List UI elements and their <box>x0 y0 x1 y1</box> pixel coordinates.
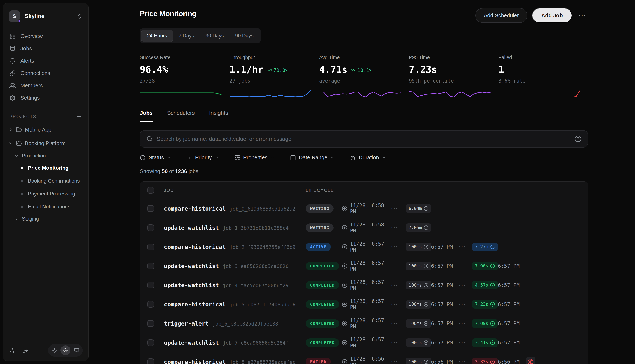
stat-label: Avg Time <box>319 55 409 60</box>
add-job-button[interactable]: Add Job <box>532 8 572 23</box>
sidebar-item-members[interactable]: Members <box>7 80 85 92</box>
filter-icon <box>350 155 356 161</box>
table-row[interactable]: update-watchlist job_4_fac5ed87f00b6f29 … <box>140 276 588 295</box>
row-checkbox[interactable] <box>147 339 154 346</box>
job-name[interactable]: compare-historical <box>164 358 226 364</box>
table-row[interactable]: compare-historical job_8_e27e88735eacefe… <box>140 352 588 364</box>
tab-jobs[interactable]: Jobs <box>140 110 153 122</box>
theme-dark-button[interactable] <box>61 346 71 355</box>
filter-status[interactable]: Status <box>140 154 171 161</box>
search-icon <box>146 136 153 142</box>
lifecycle-separator: ··· <box>459 359 472 364</box>
table-row[interactable]: compare-historical job_5_e087f1f7408adae… <box>140 295 588 314</box>
queue-time-pill: 100ms <box>406 281 431 290</box>
tree-item-production[interactable]: Production <box>7 150 85 162</box>
chevron-down-icon <box>215 156 219 160</box>
table-row[interactable]: update-watchlist job_3_ea856208d3ca0820 … <box>140 256 588 276</box>
table-row[interactable]: update-watchlist job_1_3b731d0b11c288c4 … <box>140 218 588 237</box>
tree-item-booking-platform[interactable]: Booking Platform <box>7 136 85 150</box>
time-range-option[interactable]: 24 Hours <box>141 30 173 42</box>
time-range-option[interactable]: 90 Days <box>229 30 259 42</box>
row-checkbox[interactable] <box>147 301 154 308</box>
time-range-option[interactable]: 30 Days <box>200 30 229 42</box>
queue-dot <box>21 180 23 182</box>
tree-item-price-monitoring[interactable]: Price Monitoring <box>7 162 85 174</box>
row-checkbox[interactable] <box>147 244 154 250</box>
table-row[interactable]: compare-historical job_0_619d6853ed1a62a… <box>140 199 588 218</box>
job-name[interactable]: compare-historical <box>164 301 226 308</box>
row-checkbox[interactable] <box>147 205 154 212</box>
stat-card: Failed 1 3.6% rate <box>499 55 588 99</box>
tree-chevron-icon[interactable] <box>14 154 19 158</box>
tree-chevron-icon[interactable] <box>8 127 13 132</box>
row-checkbox[interactable] <box>147 282 154 288</box>
error-bug-icon[interactable] <box>526 357 535 364</box>
job-name[interactable]: trigger-alert <box>164 320 209 327</box>
tree-chevron-icon[interactable] <box>8 141 13 146</box>
row-checkbox[interactable] <box>147 224 154 231</box>
results-of: of <box>169 168 174 174</box>
workspace-switcher[interactable]: S Skyline <box>3 3 88 22</box>
row-checkbox[interactable] <box>147 358 154 364</box>
tree-item-mobile-app[interactable]: Mobile App <box>7 123 85 136</box>
job-id: job_3_ea856208d3ca0820 <box>223 264 289 269</box>
row-checkbox[interactable] <box>147 263 154 269</box>
lifecycle-separator: ··· <box>391 359 406 364</box>
tree-item-payment-processing[interactable]: Payment Processing <box>7 187 85 200</box>
queue-time-pill: 100ms <box>406 262 431 270</box>
job-name[interactable]: compare-historical <box>164 205 226 212</box>
theme-system-button[interactable] <box>72 346 82 355</box>
theme-light-button[interactable] <box>49 346 59 355</box>
nav-icon <box>10 33 16 40</box>
job-name[interactable]: update-watchlist <box>164 339 219 346</box>
sidebar-item-jobs[interactable]: Jobs <box>7 42 85 55</box>
tree-item-staging[interactable]: Staging <box>7 213 85 224</box>
nav-icon <box>10 95 16 101</box>
queue-time-pill: 100ms <box>406 338 431 347</box>
filter-properties[interactable]: Properties <box>234 154 274 161</box>
ended-time: 6:57 PM <box>498 263 526 269</box>
workspace-switch-icon[interactable] <box>77 13 83 19</box>
sidebar-footer <box>3 340 88 361</box>
created-icon <box>342 225 347 230</box>
more-actions-button[interactable]: ··· <box>577 8 588 23</box>
job-id: job_5_e087f1f7408adae6 <box>229 302 295 308</box>
sidebar-item-alerts[interactable]: Alerts <box>7 55 85 67</box>
lifecycle-separator: ··· <box>459 321 472 326</box>
tree-item-booking-confirmations[interactable]: Booking Confirmations <box>7 174 85 187</box>
job-id: job_4_fac5ed87f00b6f29 <box>223 282 289 288</box>
created-icon <box>342 340 347 346</box>
sidebar-item-connections[interactable]: Connections <box>7 67 85 80</box>
logout-icon[interactable] <box>22 347 29 354</box>
search-input[interactable] <box>157 136 570 142</box>
jobs-table: JOB LIFECYCLE compare-historical job_0_6… <box>140 182 588 364</box>
sidebar-item-settings[interactable]: Settings <box>7 92 85 104</box>
job-name[interactable]: compare-historical <box>164 244 226 250</box>
tree-chevron-icon[interactable] <box>14 216 19 221</box>
job-name[interactable]: update-watchlist <box>164 263 219 269</box>
stat-label: Throughput <box>229 55 319 60</box>
tab-schedulers[interactable]: Schedulers <box>167 110 195 122</box>
account-icon[interactable] <box>9 347 15 354</box>
table-row[interactable]: update-watchlist job_7_c8ca96656d5e284f … <box>140 333 588 352</box>
sidebar-item-overview[interactable]: Overview <box>7 30 85 42</box>
table-row[interactable]: trigger-alert job_6_c8cc825d29f5e138 COM… <box>140 314 588 333</box>
job-name[interactable]: update-watchlist <box>164 282 219 288</box>
run-duration-pill: 3.33s <box>472 358 498 364</box>
row-checkbox[interactable] <box>147 320 154 327</box>
lifecycle-separator: ··· <box>391 282 406 288</box>
add-project-button[interactable] <box>76 114 82 120</box>
theme-toggle <box>48 344 83 357</box>
tab-insights[interactable]: Insights <box>209 110 228 122</box>
filter-date-range[interactable]: Date Range <box>290 154 335 161</box>
table-row[interactable]: compare-historical job_2_f930645255eff6b… <box>140 237 588 256</box>
select-all-checkbox[interactable] <box>147 187 154 194</box>
filter-priority[interactable]: Priority <box>186 154 219 161</box>
lifecycle-separator: ··· <box>391 244 406 250</box>
search-help-icon[interactable] <box>574 136 581 142</box>
time-range-option[interactable]: 7 Days <box>173 30 200 42</box>
add-scheduler-button[interactable]: Add Scheduler <box>475 8 527 23</box>
filter-duration[interactable]: Duration <box>350 154 386 161</box>
job-name[interactable]: update-watchlist <box>164 224 219 231</box>
tree-item-email-notifications[interactable]: Email Notifications <box>7 200 85 213</box>
